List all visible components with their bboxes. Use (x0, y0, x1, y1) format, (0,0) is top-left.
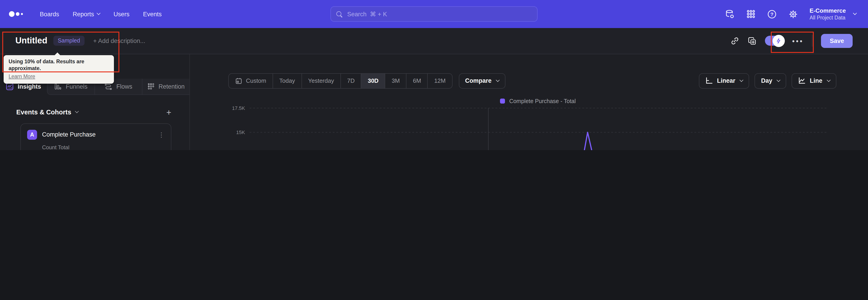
series-line[interactable] (250, 132, 826, 150)
report-titlebar: Untitled Sampled + Add description... (0, 28, 868, 54)
project-name: E-Commerce (810, 7, 846, 14)
report-title[interactable]: Untitled (16, 36, 47, 46)
range-yesterday[interactable]: Yesterday (301, 73, 340, 88)
date-range-control: Custom Today Yesterday 7D 30D 3M 6M 12M (228, 73, 453, 88)
more-options-icon[interactable]: ●●● (792, 38, 804, 43)
toolbar-left: Custom Today Yesterday 7D 30D 3M 6M 12M … (228, 73, 506, 88)
help-icon[interactable]: ? (767, 9, 777, 19)
chevron-down-icon (853, 11, 857, 15)
range-label: Yesterday (308, 77, 334, 84)
scale-label: Linear (717, 77, 735, 84)
range-label: Today (279, 77, 295, 84)
app-window: Boards Reports Users Events (0, 0, 868, 150)
divider (812, 35, 813, 47)
nav-right: ? E-Commerce All Project Data (725, 0, 868, 28)
add-to-board-icon[interactable] (748, 37, 756, 45)
save-button[interactable]: Save (821, 34, 852, 48)
scale-dropdown[interactable]: Linear (699, 73, 749, 88)
content: Insights Funnels (0, 54, 868, 150)
line-chart-icon (798, 77, 806, 85)
chart-legend[interactable]: Complete Purchase - Total (250, 98, 827, 104)
nav-left: Boards Reports Users Events (0, 10, 162, 18)
titlebar-left: Untitled Sampled + Add description... (16, 36, 145, 46)
events-cohorts-title[interactable]: Events & Cohorts (16, 109, 78, 116)
nav-link-reports[interactable]: Reports (73, 11, 100, 18)
range-12m[interactable]: 12M (428, 73, 452, 88)
events-cohorts-header: Events & Cohorts + (16, 108, 171, 116)
compare-button[interactable]: Compare (459, 73, 506, 88)
chart-toolbar: Custom Today Yesterday 7D 30D 3M 6M 12M … (228, 73, 836, 88)
range-custom[interactable]: Custom (229, 73, 273, 88)
nav-link-label: Boards (40, 11, 59, 18)
nav-link-label: Events (143, 11, 162, 18)
nav-link-users[interactable]: Users (114, 11, 129, 18)
search-input[interactable] (346, 10, 532, 18)
top-nav: Boards Reports Users Events (0, 0, 868, 28)
range-30d[interactable]: 30D (361, 73, 385, 88)
chevron-down-icon (740, 78, 743, 82)
add-description-button[interactable]: + Add description... (93, 37, 145, 44)
chevron-down-icon (777, 78, 780, 82)
nav-link-boards[interactable]: Boards (40, 11, 59, 18)
event-card[interactable]: A Complete Purchase ⋮ Count Total (20, 123, 171, 150)
project-meta: E-Commerce All Project Data (810, 7, 846, 21)
copy-link-icon[interactable] (731, 37, 739, 45)
sampling-tooltip-text: Using 10% of data. Results are approxima… (8, 58, 109, 72)
tab-label: Flows (116, 83, 132, 90)
apps-grid-icon[interactable] (746, 9, 755, 19)
nav-link-label: Reports (73, 11, 94, 18)
search-icon (336, 11, 342, 17)
titlebar-right: ●●● Save (731, 34, 852, 48)
range-3m[interactable]: 3M (385, 73, 406, 88)
chart-panel: Custom Today Yesterday 7D 30D 3M 6M 12M … (190, 54, 868, 150)
event-menu-icon[interactable]: ⋮ (158, 131, 164, 138)
settings-gear-icon[interactable] (788, 9, 798, 19)
range-6m[interactable]: 6M (406, 73, 428, 88)
chevron-down-icon (827, 78, 831, 82)
project-selector[interactable]: E-Commerce All Project Data (810, 7, 856, 21)
range-7d[interactable]: 7D (340, 73, 361, 88)
event-name[interactable]: Complete Purchase (42, 131, 153, 138)
project-scope: All Project Data (810, 14, 846, 21)
global-search[interactable] (331, 6, 537, 22)
event-metric[interactable]: Count Total (42, 144, 164, 150)
chevron-down-icon (97, 11, 101, 15)
tab-label: Funnels (66, 83, 88, 90)
retention-icon (147, 83, 154, 90)
funnels-icon (55, 83, 62, 90)
compare-label: Compare (465, 77, 492, 84)
svg-text:?: ? (770, 11, 774, 17)
range-today[interactable]: Today (273, 73, 301, 88)
chevron-down-icon (496, 78, 500, 82)
query-sampling-toggle[interactable] (765, 36, 783, 46)
tab-label: Retention (158, 83, 185, 90)
granularity-label: Day (761, 77, 772, 84)
learn-more-link[interactable]: Learn More (8, 74, 35, 79)
line-chart[interactable]: 02,5005,0007,50010K12.5K15K17.5KMar 2Mar… (250, 108, 827, 150)
event-letter-badge: A (27, 129, 37, 140)
range-label: 30D (368, 77, 379, 84)
legend-label: Complete Purchase - Total (509, 98, 576, 104)
event-row: A Complete Purchase ⋮ (27, 129, 164, 140)
nav-link-events[interactable]: Events (143, 11, 162, 18)
flows-icon (105, 83, 112, 90)
chart-type-dropdown[interactable]: Line (792, 73, 836, 88)
tab-retention[interactable]: Retention (142, 79, 189, 95)
linear-axis-icon (705, 77, 713, 85)
add-event-button[interactable]: + (166, 108, 171, 116)
insights-icon (6, 83, 13, 90)
sampled-badge[interactable]: Sampled (53, 36, 85, 46)
mixpanel-logo-icon[interactable] (8, 10, 26, 18)
chart-type-label: Line (810, 77, 822, 84)
range-label: 6M (413, 77, 421, 84)
y-axis-label: 15K (236, 129, 245, 135)
data-management-icon[interactable] (725, 9, 735, 19)
range-label: 7D (347, 77, 355, 84)
calendar-icon (235, 77, 242, 84)
granularity-dropdown[interactable]: Day (755, 73, 786, 88)
section-label: Events & Cohorts (16, 109, 71, 116)
chevron-down-icon (75, 110, 79, 113)
tab-label: Insights (18, 83, 41, 90)
range-label: 12M (434, 77, 446, 84)
lightning-bolt-icon (773, 35, 785, 47)
